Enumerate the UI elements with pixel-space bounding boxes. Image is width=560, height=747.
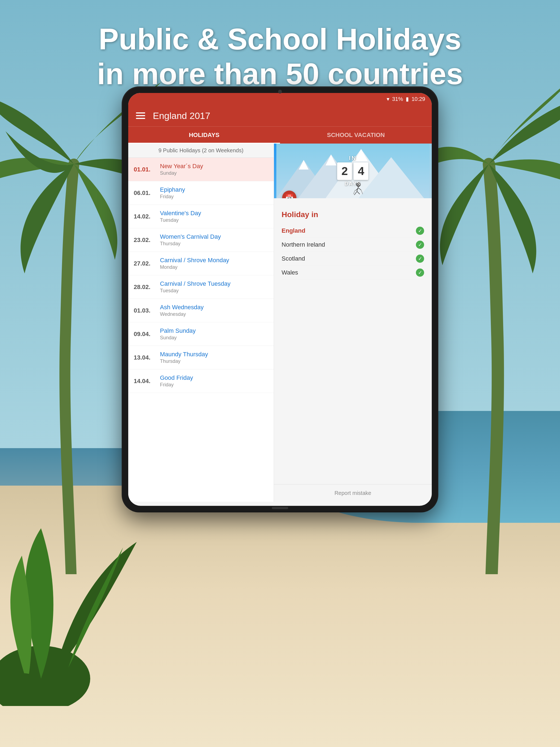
right-panel: IN 2 4 DAYS 📅 Holiday in xyxy=(274,144,432,502)
holiday-name-8: Maundy Thursday xyxy=(160,351,208,358)
holiday-day-6: Wednesday xyxy=(160,311,204,317)
tablet-device: ▾ 31% ▮ 10:29 England 2017 HOLIDAYS SCHO… xyxy=(123,87,437,511)
holiday-day-5: Tuesday xyxy=(160,288,230,294)
holiday-info-9: Good Friday Friday xyxy=(160,374,193,388)
tab-school-vacation[interactable]: SCHOOL VACATION xyxy=(280,127,432,144)
holiday-date-8: 13.04. xyxy=(134,354,156,361)
tablet-screen: ▾ 31% ▮ 10:29 England 2017 HOLIDAYS SCHO… xyxy=(128,93,432,506)
holiday-item-ash-wednesday[interactable]: 01.03. Ash Wednesday Wednesday xyxy=(128,299,274,323)
holiday-day-8: Thursday xyxy=(160,358,208,364)
check-icon-scotland: ✓ xyxy=(416,255,424,263)
plants-bottom-left xyxy=(0,515,164,706)
holiday-date-3: 23.02. xyxy=(134,236,156,243)
holiday-info-3: Women's Carnival Day Thursday xyxy=(160,233,221,247)
holiday-item-good-friday[interactable]: 14.04. Good Friday Friday xyxy=(128,369,274,393)
holiday-in-title: Holiday in xyxy=(282,210,424,219)
report-mistake-button[interactable]: Report mistake xyxy=(274,484,432,502)
calendar-icon: 📅 xyxy=(285,194,294,199)
holiday-name-5: Carnival / Shrove Tuesday xyxy=(160,280,230,287)
holiday-count: 9 Public Holidays (2 on Weekends) xyxy=(128,144,274,158)
home-button[interactable] xyxy=(272,507,288,509)
region-name-england: England xyxy=(282,227,305,234)
holiday-info-0: New Year´s Day Sunday xyxy=(160,163,203,176)
holiday-list: 9 Public Holidays (2 on Weekends) 01.01.… xyxy=(128,144,274,502)
holiday-info-7: Palm Sunday Sunday xyxy=(160,327,196,341)
holiday-item-maundy-thursday[interactable]: 13.04. Maundy Thursday Thursday xyxy=(128,346,274,369)
region-item-england[interactable]: England ✓ xyxy=(282,224,424,238)
holiday-item-shrove-monday[interactable]: 27.02. Carnival / Shrove Monday Monday xyxy=(128,252,274,275)
region-name-scotland: Scotland xyxy=(282,255,305,262)
holiday-date-5: 28.02. xyxy=(134,284,156,291)
holiday-name-3: Women's Carnival Day xyxy=(160,233,221,240)
holiday-info-2: Valentine's Day Tuesday xyxy=(160,210,201,223)
region-name-northern-ireland: Northern Ireland xyxy=(282,241,325,248)
holiday-item-new-years[interactable]: 01.01. New Year´s Day Sunday xyxy=(128,158,274,181)
headline-line2: in more than 50 countries xyxy=(0,57,560,91)
countdown-numbers: 2 4 xyxy=(337,162,368,180)
holiday-date-2: 14.02. xyxy=(134,213,156,220)
holiday-in-section: Holiday in England ✓ Northern Ireland ✓ … xyxy=(274,198,432,484)
holiday-item-shrove-tuesday[interactable]: 28.02. Carnival / Shrove Tuesday Tuesday xyxy=(128,275,274,299)
holiday-name-2: Valentine's Day xyxy=(160,210,201,217)
holiday-day-3: Thursday xyxy=(160,241,221,247)
holiday-day-7: Sunday xyxy=(160,335,196,341)
holiday-date-1: 06.01. xyxy=(134,189,156,197)
holiday-date-7: 09.04. xyxy=(134,331,156,338)
holiday-day-2: Tuesday xyxy=(160,217,201,223)
countdown-in-label: IN xyxy=(349,155,357,161)
tab-bar: HOLIDAYS SCHOOL VACATION xyxy=(128,126,432,144)
holiday-date-6: 01.03. xyxy=(134,307,156,314)
check-icon-northern-ireland: ✓ xyxy=(416,241,424,249)
headline-line1: Public & School Holidays xyxy=(0,22,560,57)
holiday-item-womens-carnival[interactable]: 23.02. Women's Carnival Day Thursday xyxy=(128,228,274,252)
battery-icon: ▮ xyxy=(406,96,409,102)
region-item-northern-ireland[interactable]: Northern Ireland ✓ xyxy=(282,238,424,252)
holiday-info-1: Epiphany Friday xyxy=(160,186,185,200)
holiday-day-9: Friday xyxy=(160,382,193,388)
holiday-name-4: Carnival / Shrove Monday xyxy=(160,257,229,264)
check-icon-england: ✓ xyxy=(416,227,424,235)
app-bar: England 2017 xyxy=(128,105,432,126)
holiday-item-valentines[interactable]: 14.02. Valentine's Day Tuesday xyxy=(128,205,274,228)
region-name-wales: Wales xyxy=(282,269,298,276)
countdown-digit-2: 4 xyxy=(354,162,368,180)
status-bar: ▾ 31% ▮ 10:29 xyxy=(128,93,432,105)
holiday-date-4: 27.02. xyxy=(134,260,156,267)
status-icons: ▾ 31% ▮ 10:29 xyxy=(387,96,425,102)
wifi-icon: ▾ xyxy=(387,96,389,102)
countdown-digit-1: 2 xyxy=(337,162,352,180)
holiday-day-4: Monday xyxy=(160,264,229,270)
region-item-scotland[interactable]: Scotland ✓ xyxy=(282,252,424,266)
holiday-date-0: 01.01. xyxy=(134,166,156,173)
app-title: England 2017 xyxy=(153,110,210,121)
holiday-day-0: Sunday xyxy=(160,170,203,176)
check-icon-wales: ✓ xyxy=(416,268,424,277)
holiday-item-epiphany[interactable]: 06.01. Epiphany Friday xyxy=(128,181,274,205)
countdown-days-label: DAYS xyxy=(345,181,361,187)
countdown-content: IN 2 4 DAYS xyxy=(337,155,368,187)
menu-button[interactable] xyxy=(136,112,145,119)
tab-holidays[interactable]: HOLIDAYS xyxy=(128,127,280,144)
holiday-info-8: Maundy Thursday Thursday xyxy=(160,351,208,364)
countdown-banner: IN 2 4 DAYS 📅 xyxy=(274,144,432,198)
holiday-name-0: New Year´s Day xyxy=(160,163,203,170)
holiday-info-4: Carnival / Shrove Monday Monday xyxy=(160,257,229,270)
holiday-name-6: Ash Wednesday xyxy=(160,304,204,311)
holiday-item-palm-sunday[interactable]: 09.04. Palm Sunday Sunday xyxy=(128,323,274,346)
holiday-name-9: Good Friday xyxy=(160,374,193,381)
holiday-day-1: Friday xyxy=(160,194,185,200)
content-area: 9 Public Holidays (2 on Weekends) 01.01.… xyxy=(128,144,432,502)
holiday-info-6: Ash Wednesday Wednesday xyxy=(160,304,204,317)
holiday-name-1: Epiphany xyxy=(160,186,185,193)
holiday-name-7: Palm Sunday xyxy=(160,327,196,334)
camera-dot xyxy=(278,90,282,94)
region-item-wales[interactable]: Wales ✓ xyxy=(282,266,424,280)
holiday-info-5: Carnival / Shrove Tuesday Tuesday xyxy=(160,280,230,294)
battery-percentage: 31% xyxy=(392,96,403,102)
holiday-date-9: 14.04. xyxy=(134,378,156,385)
headline: Public & School Holidays in more than 50… xyxy=(0,22,560,91)
time-display: 10:29 xyxy=(411,96,425,102)
